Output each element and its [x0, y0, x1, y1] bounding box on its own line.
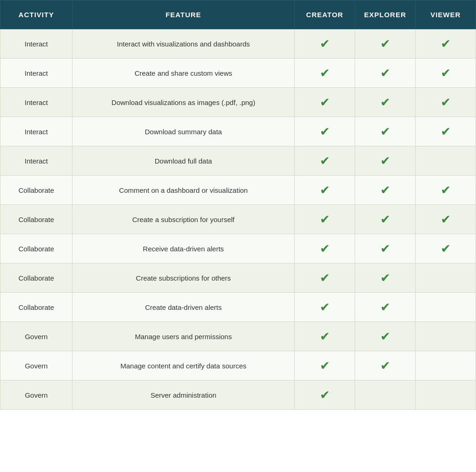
activity-cell: Govern [0, 322, 73, 351]
table-row: InteractInteract with visualizations and… [0, 29, 476, 59]
viewer-cell [416, 322, 476, 351]
header-feature: FEATURE [73, 0, 295, 29]
activity-cell: Interact [0, 117, 73, 146]
explorer-cell: ✔ [355, 322, 416, 351]
explorer-cell: ✔ [355, 29, 416, 59]
explorer-cell: ✔ [355, 293, 416, 322]
creator-cell: ✔ [295, 117, 355, 146]
activity-cell: Collaborate [0, 293, 73, 322]
viewer-cell [416, 380, 476, 410]
table-row: InteractCreate and share custom views✔✔✔ [0, 59, 476, 88]
viewer-cell: ✔ [416, 117, 476, 146]
check-icon: ✔ [320, 301, 330, 313]
creator-cell: ✔ [295, 293, 355, 322]
creator-cell: ✔ [295, 59, 355, 88]
explorer-cell: ✔ [355, 205, 416, 234]
viewer-cell [416, 351, 476, 380]
check-icon: ✔ [320, 38, 330, 50]
check-icon: ✔ [380, 360, 390, 372]
feature-cell: Manage users and permissions [73, 322, 295, 351]
permissions-table: ACTIVITY FEATURE CREATOR EXPLORER VIEWER… [0, 0, 476, 410]
table-row: GovernManage content and certify data so… [0, 351, 476, 380]
feature-cell: Create data-driven alerts [73, 293, 295, 322]
activity-cell: Collaborate [0, 205, 73, 234]
check-icon: ✔ [441, 184, 451, 196]
activity-cell: Govern [0, 380, 73, 410]
check-icon: ✔ [441, 67, 451, 79]
check-icon: ✔ [441, 96, 451, 108]
creator-cell: ✔ [295, 234, 355, 263]
check-icon: ✔ [380, 213, 390, 225]
creator-cell: ✔ [295, 146, 355, 176]
check-icon: ✔ [320, 389, 330, 401]
viewer-cell: ✔ [416, 59, 476, 88]
creator-cell: ✔ [295, 29, 355, 59]
creator-cell: ✔ [295, 88, 355, 117]
table-row: CollaborateCreate a subscription for you… [0, 205, 476, 234]
activity-cell: Interact [0, 88, 73, 117]
explorer-cell: ✔ [355, 351, 416, 380]
table-row: InteractDownload summary data✔✔✔ [0, 117, 476, 146]
check-icon: ✔ [441, 243, 451, 255]
activity-cell: Interact [0, 146, 73, 176]
creator-cell: ✔ [295, 205, 355, 234]
check-icon: ✔ [320, 96, 330, 108]
check-icon: ✔ [320, 360, 330, 372]
header-creator: CREATOR [295, 0, 355, 29]
explorer-cell: ✔ [355, 59, 416, 88]
feature-cell: Download summary data [73, 117, 295, 146]
creator-cell: ✔ [295, 351, 355, 380]
viewer-cell: ✔ [416, 176, 476, 205]
explorer-cell: ✔ [355, 146, 416, 176]
creator-cell: ✔ [295, 380, 355, 410]
activity-cell: Collaborate [0, 176, 73, 205]
check-icon: ✔ [380, 301, 390, 313]
viewer-cell [416, 146, 476, 176]
check-icon: ✔ [320, 184, 330, 196]
activity-cell: Collaborate [0, 263, 73, 293]
viewer-cell: ✔ [416, 234, 476, 263]
check-icon: ✔ [380, 272, 390, 284]
activity-cell: Collaborate [0, 234, 73, 263]
feature-cell: Download full data [73, 146, 295, 176]
check-icon: ✔ [320, 213, 330, 225]
explorer-cell: ✔ [355, 176, 416, 205]
table-row: CollaborateCreate data-driven alerts✔✔ [0, 293, 476, 322]
activity-cell: Govern [0, 351, 73, 380]
check-icon: ✔ [380, 243, 390, 255]
check-icon: ✔ [320, 67, 330, 79]
viewer-cell: ✔ [416, 29, 476, 59]
check-icon: ✔ [380, 125, 390, 138]
feature-cell: Receive data-driven alerts [73, 234, 295, 263]
explorer-cell: ✔ [355, 234, 416, 263]
check-icon: ✔ [380, 96, 390, 108]
explorer-cell: ✔ [355, 263, 416, 293]
header-viewer: VIEWER [416, 0, 476, 29]
table-row: GovernServer administration✔ [0, 380, 476, 410]
table-row: CollaborateReceive data-driven alerts✔✔✔ [0, 234, 476, 263]
feature-cell: Comment on a dashboard or visualization [73, 176, 295, 205]
check-icon: ✔ [441, 38, 451, 50]
check-icon: ✔ [320, 155, 330, 167]
creator-cell: ✔ [295, 263, 355, 293]
table-row: InteractDownload visualizations as image… [0, 88, 476, 117]
table-row: CollaborateCreate subscriptions for othe… [0, 263, 476, 293]
creator-cell: ✔ [295, 322, 355, 351]
feature-cell: Create a subscription for yourself [73, 205, 295, 234]
table-row: GovernManage users and permissions✔✔ [0, 322, 476, 351]
explorer-cell [355, 380, 416, 410]
activity-cell: Interact [0, 59, 73, 88]
activity-cell: Interact [0, 29, 73, 59]
feature-cell: Server administration [73, 380, 295, 410]
viewer-cell [416, 293, 476, 322]
viewer-cell [416, 263, 476, 293]
viewer-cell: ✔ [416, 88, 476, 117]
check-icon: ✔ [380, 155, 390, 167]
check-icon: ✔ [320, 243, 330, 255]
check-icon: ✔ [320, 330, 330, 342]
feature-cell: Create and share custom views [73, 59, 295, 88]
table-row: CollaborateComment on a dashboard or vis… [0, 176, 476, 205]
check-icon: ✔ [441, 125, 451, 138]
permissions-table-wrapper: ACTIVITY FEATURE CREATOR EXPLORER VIEWER… [0, 0, 476, 472]
check-icon: ✔ [380, 38, 390, 50]
